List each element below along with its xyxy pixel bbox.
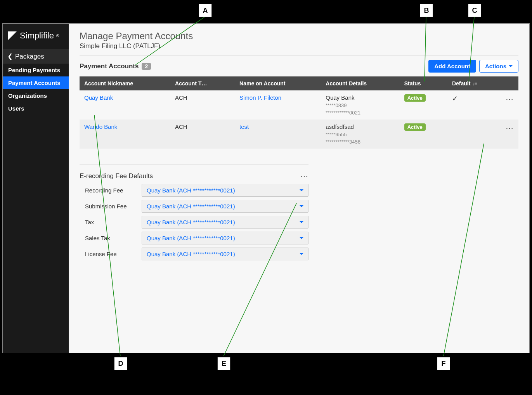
accounts-section-head: Payment Accounts 2 Add Account Actions — [80, 60, 518, 73]
fee-select-value: Quay Bank (ACH ************0021) — [147, 235, 235, 241]
account-type: ACH — [170, 90, 235, 120]
fee-select-value: Quay Bank (ACH ************0021) — [147, 219, 235, 225]
table-row: Quay Bank ACH Simon P. Fileton Quay Bank… — [80, 90, 518, 120]
annotation-b: B — [420, 4, 433, 17]
annotation-c: C — [468, 4, 481, 17]
fee-select-license[interactable]: Quay Bank (ACH ************0021) — [142, 248, 308, 260]
details-routing: ************0021 — [326, 110, 395, 116]
fee-select-tax[interactable]: Quay Bank (ACH ************0021) — [142, 216, 308, 229]
accounts-actions-group: Add Account Actions — [428, 60, 518, 73]
fee-defaults-section: E-recording Fee Defaults ⋯ Recording Fee… — [80, 164, 308, 260]
caret-down-icon — [300, 237, 303, 239]
caret-down-icon — [300, 205, 303, 207]
fee-section-label: E-recording Fee Defaults — [80, 172, 153, 180]
status-badge: Active — [404, 94, 426, 102]
fee-label: Sales Tax — [80, 235, 142, 241]
details-bank: asdfsdfsad — [326, 123, 395, 130]
sidebar: Simplifile® ❮ Packages Pending Payments … — [3, 24, 69, 353]
account-details: asdfsdfsad *****9555 ************3456 — [321, 120, 399, 149]
nav-back-label: Packages — [15, 53, 44, 61]
annotation-f: F — [437, 357, 450, 370]
details-bank: Quay Bank — [326, 94, 395, 101]
row-menu-icon[interactable]: ⋯ — [506, 124, 514, 132]
nav-payment-accounts[interactable]: Payment Accounts — [3, 76, 69, 89]
fee-row-sales-tax: Sales Tax Quay Bank (ACH ************002… — [80, 232, 308, 244]
actions-button-label: Actions — [485, 63, 506, 69]
fee-select-value: Quay Bank (ACH ************0021) — [147, 187, 235, 194]
accounts-count-badge: 2 — [142, 63, 151, 70]
account-nickname-link[interactable]: Wando Bank — [84, 123, 117, 130]
account-name-link[interactable]: test — [239, 123, 249, 130]
details-acct: *****0839 — [326, 102, 395, 108]
nav-pending-payments[interactable]: Pending Payments — [3, 64, 69, 76]
brand-name: Simplifile — [20, 31, 54, 41]
accounts-section-label: Payment Accounts — [80, 62, 139, 70]
nav-back-packages[interactable]: ❮ Packages — [3, 49, 69, 64]
col-default-label: Default — [452, 80, 470, 87]
account-name-link[interactable]: Simon P. Fileton — [239, 94, 281, 101]
sort-desc-icon: ↓≡ — [472, 81, 477, 87]
fee-select-value: Quay Bank (ACH ************0021) — [147, 203, 235, 210]
col-type[interactable]: Account T… — [170, 76, 235, 90]
fee-label: Recording Fee — [80, 187, 142, 194]
fee-select-value: Quay Bank (ACH ************0021) — [147, 251, 235, 257]
caret-down-icon — [300, 189, 303, 191]
app-frame: Simplifile® ❮ Packages Pending Payments … — [2, 23, 530, 353]
accounts-table: Account Nickname Account T… Name on Acco… — [80, 76, 518, 149]
fee-row-license: License Fee Quay Bank (ACH ************0… — [80, 248, 308, 260]
nav-users[interactable]: Users — [3, 102, 69, 115]
col-default[interactable]: Default↓≡ — [447, 76, 501, 90]
annotation-e: E — [217, 357, 230, 370]
col-nickname[interactable]: Account Nickname — [80, 76, 170, 90]
page-title: Manage Payment Accounts — [80, 31, 518, 42]
account-details: Quay Bank *****0839 ************0021 — [321, 90, 399, 120]
default-check-icon: ✓ — [452, 95, 458, 102]
fee-section-head: E-recording Fee Defaults ⋯ — [80, 164, 308, 181]
org-name: Simple Filing LLC (PATLJF) — [80, 42, 518, 50]
fee-section-menu-icon[interactable]: ⋯ — [300, 172, 308, 181]
default-empty — [447, 120, 501, 149]
nav-organizations[interactable]: Organizations — [3, 89, 69, 102]
col-details[interactable]: Account Details — [321, 76, 399, 90]
details-routing: ************3456 — [326, 139, 395, 145]
details-acct: *****9555 — [326, 132, 395, 137]
divider — [80, 55, 518, 56]
main-content: Manage Payment Accounts Simple Filing LL… — [69, 24, 529, 353]
fee-row-recording: Recording Fee Quay Bank (ACH ***********… — [80, 184, 308, 197]
add-account-button[interactable]: Add Account — [428, 60, 476, 73]
annotation-a: A — [199, 4, 212, 17]
chevron-left-icon: ❮ — [7, 52, 13, 61]
actions-dropdown-button[interactable]: Actions — [479, 60, 518, 73]
fee-label: Submission Fee — [80, 203, 142, 210]
accounts-section-title: Payment Accounts 2 — [80, 62, 151, 70]
brand-logo-icon — [8, 31, 17, 40]
account-nickname-link[interactable]: Quay Bank — [84, 94, 113, 101]
col-name[interactable]: Name on Account — [235, 76, 321, 90]
caret-down-icon — [509, 65, 513, 67]
fee-row-submission: Submission Fee Quay Bank (ACH **********… — [80, 200, 308, 213]
fee-label: Tax — [80, 219, 142, 225]
brand: Simplifile® — [3, 24, 69, 49]
annotation-d: D — [114, 357, 127, 370]
status-badge: Active — [404, 123, 426, 131]
account-type: ACH — [170, 120, 235, 149]
caret-down-icon — [300, 221, 303, 223]
col-status[interactable]: Status — [400, 76, 447, 90]
row-menu-icon[interactable]: ⋯ — [506, 95, 514, 103]
table-row: Wando Bank ACH test asdfsdfsad *****9555… — [80, 120, 518, 149]
fee-label: License Fee — [80, 251, 142, 257]
col-menu — [501, 76, 518, 90]
fee-select-submission[interactable]: Quay Bank (ACH ************0021) — [142, 200, 308, 213]
fee-row-tax: Tax Quay Bank (ACH ************0021) — [80, 216, 308, 229]
caret-down-icon — [300, 253, 303, 255]
fee-select-recording[interactable]: Quay Bank (ACH ************0021) — [142, 184, 308, 197]
brand-reg: ® — [56, 34, 59, 38]
fee-select-sales-tax[interactable]: Quay Bank (ACH ************0021) — [142, 232, 308, 244]
